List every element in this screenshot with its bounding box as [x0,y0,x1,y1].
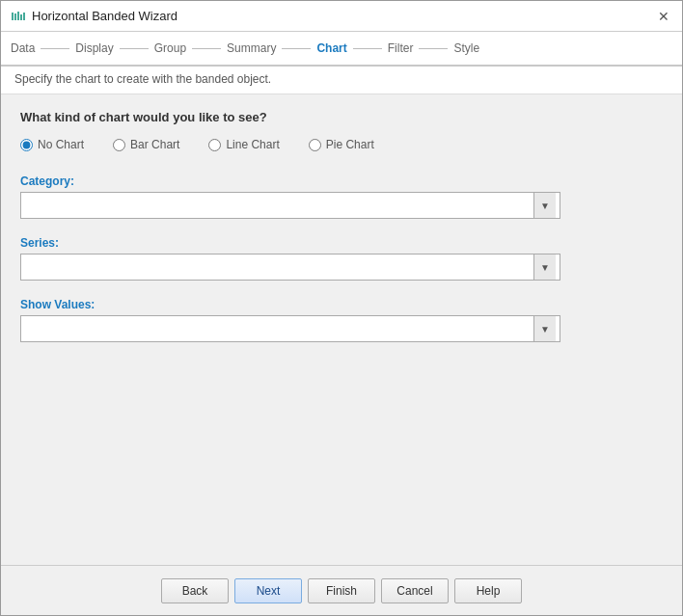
category-label: Category: [20,174,663,188]
close-button[interactable]: ✕ [655,8,672,25]
series-dropdown[interactable]: ▼ [20,254,560,281]
wizard-icon [11,9,26,24]
category-dropdown-arrow: ▼ [533,193,556,218]
nav-chart[interactable]: Chart [316,41,346,55]
title-bar: Horizontal Banded Wizard ✕ [1,1,682,32]
series-label: Series: [20,236,663,250]
radio-no-chart-input[interactable] [20,139,33,151]
next-button[interactable]: Next [234,578,302,603]
category-dropdown[interactable]: ▼ [20,192,560,219]
svg-rect-1 [14,13,16,20]
finish-button[interactable]: Finish [308,578,375,603]
main-content: What kind of chart would you like to see… [1,94,682,565]
wizard-window: Horizontal Banded Wizard ✕ Data Display … [0,0,683,616]
subtitle: Specify the chart to create with the ban… [1,67,682,94]
nav-sep-2 [120,48,149,49]
svg-rect-4 [23,13,25,20]
cancel-button[interactable]: Cancel [381,578,449,603]
back-button[interactable]: Back [161,578,229,603]
radio-line-chart[interactable]: Line Chart [208,138,279,151]
window-title: Horizontal Banded Wizard [32,9,178,23]
radio-line-chart-input[interactable] [208,139,221,151]
show-values-dropdown[interactable]: ▼ [20,315,560,342]
radio-pie-chart-input[interactable] [309,139,321,151]
series-field-group: Series: ▼ [20,236,663,281]
radio-no-chart[interactable]: No Chart [20,138,84,151]
footer: Back Next Finish Cancel Help [1,565,682,615]
nav-sep-6 [419,48,448,49]
chart-question: What kind of chart would you like to see… [20,110,663,124]
radio-bar-chart-input[interactable] [113,139,125,151]
nav-sep-4 [282,48,311,49]
show-values-dropdown-arrow: ▼ [533,316,556,341]
title-bar-left: Horizontal Banded Wizard [11,9,178,24]
svg-rect-3 [20,14,22,20]
nav-summary[interactable]: Summary [227,41,276,55]
nav-bar: Data Display Group Summary Chart Filter … [1,32,682,67]
help-button[interactable]: Help [454,578,522,603]
nav-sep-3 [192,48,221,49]
nav-filter[interactable]: Filter [388,41,414,55]
chart-type-radio-group: No Chart Bar Chart Line Chart Pie Chart [20,138,663,151]
radio-pie-chart[interactable]: Pie Chart [309,138,374,151]
show-values-label: Show Values: [20,298,663,311]
nav-style[interactable]: Style [453,41,479,55]
nav-display[interactable]: Display [75,41,113,55]
nav-sep-1 [41,48,69,49]
nav-group[interactable]: Group [154,41,186,55]
radio-bar-chart[interactable]: Bar Chart [113,138,179,151]
svg-rect-2 [17,12,19,20]
show-values-field-group: Show Values: ▼ [20,298,663,342]
category-field-group: Category: ▼ [20,174,663,219]
series-dropdown-arrow: ▼ [533,254,556,280]
nav-sep-5 [353,48,382,49]
nav-data[interactable]: Data [11,41,35,55]
svg-rect-0 [12,13,14,20]
